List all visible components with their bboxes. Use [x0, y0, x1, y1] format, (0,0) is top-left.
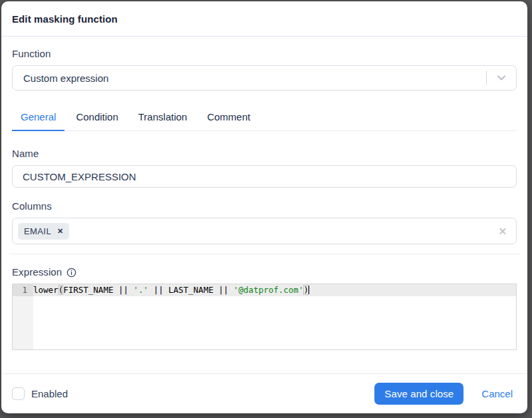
info-icon[interactable] [66, 268, 76, 278]
code-token: FIRST_NAME || [63, 285, 133, 295]
enabled-label: Enabled [31, 388, 68, 399]
remove-tag-icon[interactable]: ✕ [57, 228, 63, 235]
code-token-bracket: ) [303, 285, 309, 295]
name-input[interactable] [12, 165, 517, 188]
function-select[interactable]: Custom expression [12, 65, 517, 91]
dialog-title: Edit masking function [12, 13, 517, 25]
expression-code-editor[interactable]: 1 lower(FIRST_NAME || '.' || LAST_NAME |… [12, 284, 517, 350]
tab-translation[interactable]: Translation [130, 111, 196, 131]
expression-label: Expression [12, 266, 62, 278]
function-select-value: Custom expression [23, 73, 108, 84]
name-label: Name [12, 148, 517, 159]
footer-actions: Save and close Cancel [374, 383, 517, 405]
expression-label-row: Expression [12, 266, 517, 278]
dialog-header: Edit masking function [1, 1, 527, 37]
columns-label: Columns [12, 200, 517, 212]
tab-comment[interactable]: Comment [198, 111, 259, 131]
tab-bar: General Condition Translation Comment [12, 111, 517, 131]
dialog-footer: Enabled Save and close Cancel [1, 373, 527, 413]
section-divider [9, 254, 519, 254]
enabled-checkbox[interactable] [12, 387, 25, 400]
code-line-1: 1 lower(FIRST_NAME || '.' || LAST_NAME |… [13, 284, 516, 296]
code-content: lower(FIRST_NAME || '.' || LAST_NAME || … [33, 284, 309, 296]
save-and-close-button[interactable]: Save and close [374, 383, 464, 405]
column-tag: EMAIL ✕ [18, 223, 69, 240]
chevron-down-icon[interactable] [496, 73, 507, 83]
tab-condition[interactable]: Condition [67, 111, 126, 131]
columns-multiselect[interactable]: EMAIL ✕ ✕ [12, 218, 517, 244]
cancel-button[interactable]: Cancel [477, 388, 517, 399]
code-token: || LAST_NAME || [148, 285, 233, 295]
tab-general[interactable]: General [12, 111, 65, 131]
clear-all-icon[interactable]: ✕ [498, 226, 507, 236]
code-token-string: '@datprof.com' [233, 285, 303, 295]
text-cursor [309, 286, 309, 294]
dialog-body: Function Custom expression General Condi… [1, 37, 527, 373]
function-label: Function [12, 48, 517, 59]
code-token-string: '.' [134, 285, 149, 295]
enabled-checkbox-row[interactable]: Enabled [12, 387, 68, 400]
select-divider [486, 71, 487, 85]
line-number: 1 [13, 284, 33, 296]
column-tag-label: EMAIL [24, 226, 51, 236]
code-token: lower [33, 285, 59, 295]
edit-masking-function-dialog: Edit masking function Function Custom ex… [1, 1, 527, 413]
